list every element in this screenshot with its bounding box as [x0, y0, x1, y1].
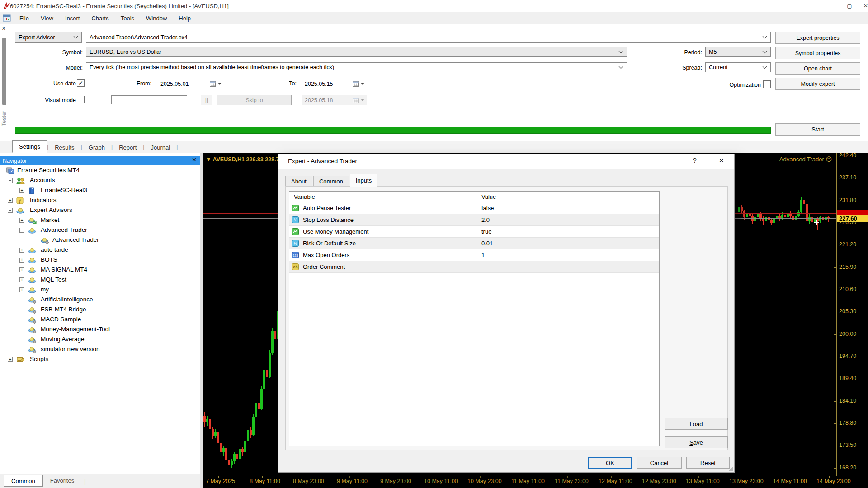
input-row-risk-or-default-size[interactable]: ½Risk Or Default Size0.01	[289, 238, 659, 249]
expand-plus-icon[interactable]: +	[8, 198, 13, 203]
tree-item-errantesc-real3[interactable]: +ErranteSC-Real3	[0, 186, 200, 196]
expand-plus-icon[interactable]: +	[19, 188, 24, 193]
expert-path-combobox[interactable]: Advanced Trader\Advanced Trader.ex4	[86, 32, 771, 43]
tree-item-errante-securities-mt4[interactable]: Errante Securities MT4	[0, 166, 200, 176]
pause-button[interactable]: ||	[201, 95, 212, 105]
input-row-order-comment[interactable]: abOrder Comment	[289, 261, 659, 273]
spread-combobox[interactable]: Current	[705, 62, 771, 72]
expand-plus-icon[interactable]: +	[19, 258, 24, 263]
tab-graph[interactable]: Graph	[82, 142, 111, 153]
window-close-button[interactable]: ×	[858, 1, 868, 11]
cancel-button[interactable]: Cancel	[637, 457, 682, 469]
variable-value[interactable]: true	[481, 228, 491, 235]
use-date-checkbox[interactable]: ✓	[77, 79, 85, 87]
visual-speed-slider[interactable]	[111, 95, 187, 104]
window-maximize-button[interactable]: ▢	[842, 1, 857, 11]
save-button[interactable]: Save	[665, 436, 728, 448]
tree-item-artificialintelligence[interactable]: ArtificialIntelligence	[0, 295, 200, 305]
dialog-titlebar[interactable]: Expert - Advanced Trader ? ✕	[278, 154, 734, 169]
collapse-minus-icon[interactable]: −	[8, 208, 13, 213]
start-button[interactable]: Start	[775, 123, 860, 136]
input-row-use-money-management[interactable]: Use Money Managementtrue	[289, 226, 659, 238]
collapse-minus-icon[interactable]: −	[8, 178, 13, 183]
variable-value[interactable]: 0.01	[481, 240, 493, 247]
dialog-resize-grip[interactable]	[729, 467, 733, 471]
calendar-icon[interactable]	[210, 81, 222, 87]
input-row-max-open-orders[interactable]: 123Max Open Orders1	[289, 249, 659, 261]
variable-value[interactable]: false	[481, 205, 494, 211]
open-chart-button[interactable]: Open chart	[775, 62, 860, 75]
navigator-close-icon[interactable]: ✕	[192, 156, 197, 163]
load-button[interactable]: Load	[665, 418, 728, 430]
dialog-tab-inputs[interactable]: Inputs	[350, 174, 377, 187]
expand-plus-icon[interactable]: +	[19, 267, 24, 272]
tree-item-scripts[interactable]: +Scripts	[0, 355, 200, 365]
tree-item-bots[interactable]: +BOTS	[0, 255, 200, 265]
window-minimize-button[interactable]: –	[825, 1, 840, 11]
variable-value[interactable]: 2.0	[481, 216, 490, 223]
tree-item-label: Advanced Trader	[41, 226, 87, 233]
tab-favorites[interactable]: Favorites	[43, 475, 81, 486]
tab-common[interactable]: Common	[4, 475, 43, 487]
tree-item-fsb-mt4-bridge[interactable]: FSB-MT4 Bridge	[0, 305, 200, 315]
menu-view[interactable]: View	[35, 15, 59, 22]
expand-plus-icon[interactable]: +	[8, 357, 13, 362]
optimization-checkbox[interactable]	[763, 80, 771, 88]
expand-plus-icon[interactable]: +	[19, 287, 24, 292]
menu-file[interactable]: File	[14, 15, 35, 22]
tree-item-accounts[interactable]: −Accounts	[0, 176, 200, 186]
period-combobox[interactable]: M5	[705, 47, 771, 57]
dialog-close-button[interactable]: ✕	[719, 157, 724, 164]
expand-plus-icon[interactable]: +	[19, 218, 24, 223]
tree-item-simulator-new-version[interactable]: simulator new version	[0, 345, 200, 355]
tree-item-mql-test[interactable]: +MQL Test	[0, 275, 200, 285]
input-row-stop-loss-distance[interactable]: ½Stop Loss Distance2.0	[289, 214, 659, 226]
menu-help[interactable]: Help	[173, 15, 197, 22]
dialog-help-button[interactable]: ?	[693, 157, 697, 164]
input-row-auto-pause-tester[interactable]: Auto Pause Testerfalse	[289, 202, 659, 214]
tab-settings[interactable]: Settings	[12, 140, 47, 153]
dialog-tab-about[interactable]: About	[285, 176, 312, 187]
tree-item-indicators[interactable]: +fIndicators	[0, 196, 200, 206]
symbol-properties-button[interactable]: Symbol properties	[775, 47, 860, 59]
tree-item-market[interactable]: +Market	[0, 216, 200, 225]
symbol-combobox[interactable]: EURUSD, Euro vs US Dollar	[86, 47, 627, 57]
tree-item-macd-sample[interactable]: MACD Sample	[0, 315, 200, 325]
tester-grab-bar[interactable]	[2, 38, 6, 105]
tester-close-button[interactable]: x	[2, 25, 5, 31]
model-combobox[interactable]: Every tick (the most precise method base…	[86, 62, 627, 72]
ok-button[interactable]: OK	[588, 457, 632, 469]
tree-item-auto-tarde[interactable]: +auto tarde	[0, 245, 200, 255]
skip-to-button[interactable]: Skip to	[217, 95, 292, 105]
expand-plus-icon[interactable]: +	[19, 248, 24, 253]
tree-item-ma-signal-mt4[interactable]: +MA SIGNAL MT4	[0, 265, 200, 275]
tree-item-advanced-trader[interactable]: Advanced Trader	[0, 235, 200, 245]
expert-properties-button[interactable]: Expert properties	[775, 32, 860, 44]
tree-item-advanced-trader[interactable]: −Advanced Trader	[0, 225, 200, 235]
variable-value[interactable]: 1	[481, 252, 485, 258]
calendar-icon[interactable]	[353, 81, 364, 87]
tree-item-moving-average[interactable]: Moving Average	[0, 335, 200, 345]
navigator-titlebar[interactable]: Navigator ✕	[0, 156, 200, 165]
calendar-icon[interactable]	[353, 97, 364, 103]
menu-insert[interactable]: Insert	[59, 15, 86, 22]
tree-item-money-management-tool[interactable]: Money-Management-Tool	[0, 325, 200, 335]
tab-results[interactable]: Results	[48, 142, 80, 153]
visual-mode-checkbox[interactable]	[77, 96, 85, 103]
menu-window[interactable]: Window	[140, 15, 173, 22]
menu-charts[interactable]: Charts	[85, 15, 114, 22]
menu-tools[interactable]: Tools	[115, 15, 140, 22]
reset-button[interactable]: Reset	[686, 457, 730, 469]
from-date-field[interactable]: 2025.05.01	[158, 79, 224, 89]
collapse-minus-icon[interactable]: −	[19, 228, 24, 233]
dialog-tab-common[interactable]: Common	[313, 176, 349, 187]
expand-plus-icon[interactable]: +	[19, 277, 24, 282]
time-tick	[480, 476, 481, 478]
modify-expert-button[interactable]: Modify expert	[775, 78, 860, 90]
tree-item-expert-advisors[interactable]: −Expert Advisors	[0, 206, 200, 216]
tree-item-my[interactable]: +my	[0, 285, 200, 295]
tab-report[interactable]: Report	[113, 142, 143, 153]
tab-journal[interactable]: Journal	[145, 142, 177, 153]
expert-type-combobox[interactable]: Expert Advisor	[15, 32, 82, 43]
to-date-field[interactable]: 2025.05.15	[302, 79, 367, 89]
